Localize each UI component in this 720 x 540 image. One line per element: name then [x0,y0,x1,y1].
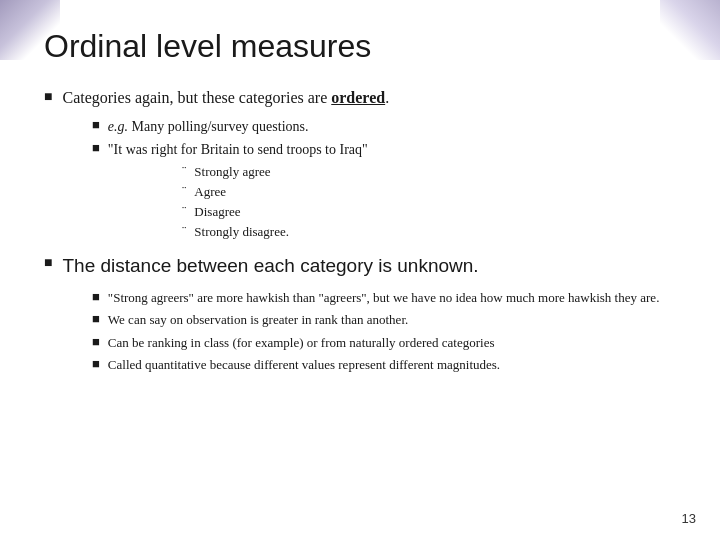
indent-text-3: Disagree [194,203,240,222]
detail-text-3: Can be ranking in class (for example) or… [108,333,495,353]
detail-marker-1: ■ [92,289,100,305]
detail-marker-3: ■ [92,334,100,350]
sub-bullet-1-2: ■ "It was right for Britain to send troo… [92,140,676,160]
indent-bullet-1: ¨ Strongly agree [182,163,676,182]
indent-bullets: ¨ Strongly agree ¨ Agree ¨ Disagree ¨ St… [182,163,676,241]
sub-bullet-marker-1: ■ [92,117,100,133]
indent-marker-3: ¨ [182,203,186,219]
detail-bullet-1: ■ "Strong agreers" are more hawkish than… [92,288,676,308]
indent-bullet-3: ¨ Disagree [182,203,676,222]
sub-bullet-1-1-text: e.g. Many polling/survey questions. [108,117,309,137]
detail-text-1: "Strong agreers" are more hawkish than "… [108,288,660,308]
bullet-marker-2: ■ [44,255,52,271]
detail-marker-4: ■ [92,356,100,372]
detail-text-4: Called quantitative because different va… [108,355,500,375]
detail-bullets: ■ "Strong agreers" are more hawkish than… [92,288,676,375]
main-bullet-1: ■ Categories again, but these categories… [44,87,676,109]
indent-bullet-2: ¨ Agree [182,183,676,202]
indent-text-4: Strongly disagree. [194,223,289,242]
indent-marker-1: ¨ [182,163,186,179]
indent-bullet-4: ¨ Strongly disagree. [182,223,676,242]
sub-bullets-1: ■ e.g. Many polling/survey questions. ■ … [92,117,676,241]
italic-eg: e.g. [108,119,128,134]
bullet-marker-1: ■ [44,89,52,105]
detail-bullet-2: ■ We can say on observation is greater i… [92,310,676,330]
slide-title: Ordinal level measures [44,28,676,65]
slide-content: Ordinal level measures ■ Categories agai… [0,0,720,407]
detail-text-2: We can say on observation is greater in … [108,310,408,330]
indent-marker-2: ¨ [182,183,186,199]
section-1: ■ Categories again, but these categories… [44,87,676,241]
detail-marker-2: ■ [92,311,100,327]
main-bullet-2-text: The distance between each category is un… [62,253,478,280]
main-bullet-2: ■ The distance between each category is … [44,253,676,280]
detail-bullet-3: ■ Can be ranking in class (for example) … [92,333,676,353]
page-number: 13 [682,511,696,526]
detail-bullet-4: ■ Called quantitative because different … [92,355,676,375]
ordered-word: ordered [331,89,385,106]
sub-bullet-1-2-text: "It was right for Britain to send troops… [108,140,368,160]
section-2: ■ The distance between each category is … [44,253,676,375]
indent-marker-4: ¨ [182,223,186,239]
main-bullet-1-text: Categories again, but these categories a… [62,87,389,109]
sub-bullet-1-1: ■ e.g. Many polling/survey questions. [92,117,676,137]
indent-text-1: Strongly agree [194,163,270,182]
indent-text-2: Agree [194,183,226,202]
sub-bullet-marker-2: ■ [92,140,100,156]
